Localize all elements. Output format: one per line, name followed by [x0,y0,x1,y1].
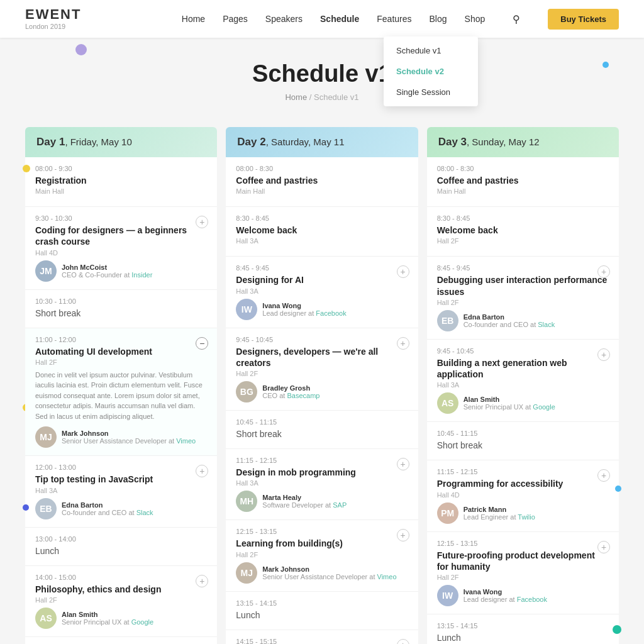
session-1-6: 13:00 - 14:00Lunch [25,528,217,566]
speaker-company-link[interactable]: Facebook [517,596,547,603]
speaker-company-link[interactable]: Slack [136,509,153,516]
session-time: 13:15 - 14:15 [437,622,609,630]
speaker-company-link[interactable]: SAP [333,501,347,509]
nav-schedule[interactable]: Schedule [320,14,359,24]
speaker-info: PM Patrick Mann Lead Engineer at Twilio [437,502,609,524]
session-time: 10:45 - 11:15 [437,430,609,437]
session-title: Coffee and pastries [437,175,609,186]
session-time: 9:45 - 10:45 [236,336,408,343]
session-title: Design in mob programming [236,467,408,478]
speaker-company-link[interactable]: Slack [538,321,555,328]
speaker-name: Edna Barton [62,501,153,509]
speaker-company-link[interactable]: Basecamp [287,392,319,399]
session-title: Designing for AI [236,274,408,286]
session-location: Main Hall [437,187,609,195]
session-2-3: 8:45 - 9:45Designing for AIHall 3A+ IW I… [226,257,418,328]
session-toggle-button[interactable]: − [196,337,208,350]
session-time: 8:45 - 9:45 [437,264,609,272]
dropdown-item-schedule-v2[interactable]: Schedule v2 [384,61,478,82]
session-location: Hall 2F [437,237,609,245]
speaker-role: Co-founder and CEO at Slack [62,509,153,516]
session-time: 10:30 - 11:00 [35,297,207,305]
day-label: Day 3 [438,136,467,148]
speaker-avatar: MJ [35,426,57,448]
session-time: 9:45 - 10:45 [437,347,609,355]
session-2-8: 13:15 - 14:15Lunch [226,592,418,630]
speaker-info: EB Edna Barton Co-founder and CEO at Sla… [437,310,609,331]
session-toggle-button[interactable]: + [397,529,409,541]
speaker-company-link[interactable]: Insider [131,271,152,279]
speaker-company-link[interactable]: Facebook [316,309,346,317]
nav-home[interactable]: Home [182,14,205,24]
speaker-info: MJ Mark Johnson Senior User Assistance D… [35,426,207,448]
speaker-name: Ivana Wong [262,302,346,309]
session-title: Future-proofing product development for … [437,550,609,572]
search-icon[interactable]: ⚲ [513,13,520,25]
session-time: 8:30 - 8:45 [437,214,609,222]
session-1-7: 14:00 - 15:00Philosophy, ethics and desi… [25,566,217,637]
session-toggle-button[interactable]: + [397,265,409,278]
nav-pages[interactable]: Pages [223,14,248,24]
buy-tickets-button[interactable]: Buy Tickets [548,9,619,30]
speaker-company-link[interactable]: Twilio [518,513,535,521]
breadcrumb-home[interactable]: Home [285,92,307,102]
nav-blog[interactable]: Blog [430,14,447,24]
session-title: Short break [437,440,609,451]
session-time: 11:00 - 12:00 [35,336,207,343]
decorative-dot-purple [75,44,87,55]
speaker-info: AS Alan Smith Senior Principal UX at Goo… [437,392,609,414]
session-time: 11:15 - 12:15 [236,457,408,464]
session-title: Registration [35,175,207,186]
session-location: Main Hall [236,187,408,195]
dropdown-item-schedule-v1[interactable]: Schedule v1 [384,40,478,61]
session-toggle-button[interactable]: + [597,348,610,361]
day-1-header: Day 1, Friday, May 10 [25,127,217,157]
session-location: Hall 2F [437,299,609,306]
session-2-6: 11:15 - 12:15Design in mob programmingHa… [226,449,418,520]
speaker-role: Senior User Assistance Developer at Vime… [62,437,196,445]
nav-speakers[interactable]: Speakers [265,14,303,24]
session-toggle-button[interactable]: + [597,541,610,553]
session-toggle-button[interactable]: + [397,337,409,350]
session-location: Hall 2F [437,574,609,581]
speaker-avatar: MH [236,491,257,512]
session-location: Hall 2F [236,551,408,558]
navbar: EWENT London 2019 Home Pages Speakers Sc… [0,0,644,38]
session-2-4: 9:45 - 10:45Designers, developers — we'r… [226,328,418,411]
session-location: Hall 4D [437,491,609,499]
speaker-company-link[interactable]: Vimeo [377,573,397,580]
speaker-name: Edna Barton [464,313,555,321]
speaker-company-link[interactable]: Vimeo [176,437,196,445]
session-3-3: 8:45 - 9:45Debugging user interaction pe… [427,257,619,339]
session-toggle-button[interactable]: + [397,458,409,470]
speaker-avatar: AS [437,392,458,414]
nav-shop[interactable]: Shop [465,14,486,24]
session-time: 14:00 - 15:00 [35,574,207,581]
session-location: Hall 3A [437,381,609,389]
speaker-role: CEO at Basecamp [262,392,319,399]
session-location: Hall 2F [35,596,207,604]
session-time: 12:15 - 13:15 [236,528,408,535]
session-1-4: 11:00 - 12:00Automating UI developmentHa… [25,328,217,457]
schedule-dropdown: Schedule v1 Schedule v2 Single Session [384,36,478,106]
session-time: 13:00 - 14:00 [35,535,207,543]
session-time: 12:15 - 13:15 [437,540,609,547]
speaker-name: John McCoist [62,264,152,271]
speaker-role: Lead designer at Facebook [464,596,547,603]
breadcrumb: Home / Schedule v1 [0,92,644,102]
day-3-header: Day 3, Sunday, May 12 [427,127,619,157]
speaker-company-link[interactable]: Google [533,403,555,411]
speaker-avatar: EB [35,498,57,519]
dropdown-item-single-session[interactable]: Single Session [384,82,478,103]
speaker-info: MH Marta Healy Software Developer at SAP [236,491,408,512]
speaker-name: Bradley Grosh [262,384,319,392]
nav-features[interactable]: Features [377,14,411,24]
session-2-2: 8:30 - 8:45Welcome backHall 3A [226,207,418,257]
session-time: 13:15 - 14:15 [236,599,408,607]
speaker-company-link[interactable]: Google [131,618,153,626]
day-label: Day 1 [36,136,65,148]
speaker-avatar: BG [236,381,257,402]
session-time: 12:00 - 13:00 [35,464,207,471]
session-title: Programming for accessibility [437,478,609,489]
session-2-5: 10:45 - 11:15Short break [226,411,418,449]
